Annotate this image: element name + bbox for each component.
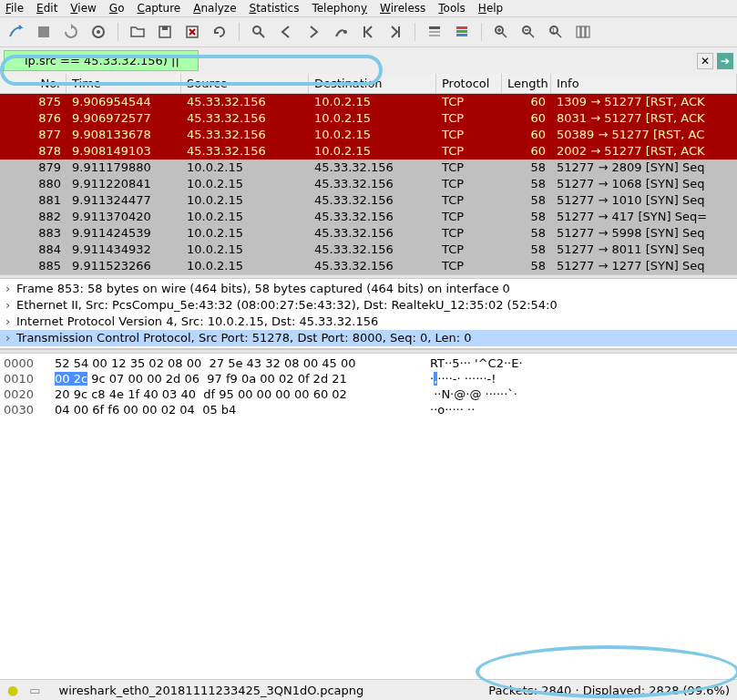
find-packet-button[interactable] bbox=[248, 21, 270, 43]
packet-row[interactable]: 8789.90814910345.33.32.15610.0.2.15TCP60… bbox=[0, 143, 737, 160]
menu-help[interactable]: Help bbox=[478, 2, 503, 15]
details-ethernet[interactable]: Ethernet II, Src: PcsCompu_5e:43:32 (08:… bbox=[0, 297, 737, 314]
svg-rect-11 bbox=[456, 26, 467, 29]
save-file-button[interactable] bbox=[154, 21, 176, 43]
packet-row[interactable]: 8759.90695454445.33.32.15610.0.2.15TCP60… bbox=[0, 94, 737, 110]
display-filter-bar: ▮ ✕ ➔ bbox=[0, 47, 737, 74]
go-to-packet-button[interactable] bbox=[330, 21, 352, 43]
details-ip[interactable]: Internet Protocol Version 4, Src: 10.0.2… bbox=[0, 314, 737, 330]
menu-go[interactable]: Go bbox=[109, 2, 125, 15]
menu-edit[interactable]: Edit bbox=[36, 2, 57, 15]
svg-point-2 bbox=[97, 30, 100, 34]
packet-row[interactable]: 8819.91132447710.0.2.1545.33.32.156TCP58… bbox=[0, 192, 737, 209]
svg-rect-18 bbox=[577, 26, 580, 37]
menu-tools[interactable]: Tools bbox=[438, 2, 466, 15]
svg-rect-13 bbox=[456, 34, 467, 36]
status-bar: ● ▭ wireshark_eth0_20181111233425_3QN1dO… bbox=[0, 679, 737, 700]
details-frame[interactable]: Frame 853: 58 bytes on wire (464 bits), … bbox=[0, 281, 737, 297]
zoom-in-button[interactable] bbox=[490, 21, 512, 43]
main-toolbar: 1 bbox=[0, 17, 737, 47]
zoom-out-button[interactable] bbox=[517, 21, 539, 43]
go-back-button[interactable] bbox=[275, 21, 297, 43]
svg-rect-4 bbox=[162, 26, 168, 30]
svg-point-7 bbox=[343, 30, 347, 34]
go-last-button[interactable] bbox=[384, 21, 406, 43]
menu-view[interactable]: View bbox=[70, 2, 96, 15]
column-destination[interactable]: Destination bbox=[309, 74, 436, 93]
menu-file[interactable]: File bbox=[5, 2, 24, 15]
open-file-button[interactable] bbox=[127, 21, 148, 43]
packet-row[interactable]: 8829.91137042010.0.2.1545.33.32.156TCP58… bbox=[0, 209, 737, 225]
clear-filter-button[interactable]: ✕ bbox=[697, 53, 713, 69]
column-length[interactable]: Length bbox=[502, 74, 551, 93]
resize-columns-button[interactable] bbox=[572, 21, 594, 43]
packet-row[interactable]: 8859.91152326610.0.2.1545.33.32.156TCP58… bbox=[0, 258, 737, 274]
menu-telephony[interactable]: Telephony bbox=[312, 2, 367, 15]
start-capture-button[interactable] bbox=[5, 21, 27, 43]
status-packets: Packets: 2840 · Displayed: 2828 (99.6%) bbox=[488, 684, 730, 697]
svg-rect-8 bbox=[429, 26, 440, 29]
column-source[interactable]: Source bbox=[181, 74, 309, 93]
hex-row[interactable]: 003004 00 6f f6 00 00 02 04 05 b4··o····… bbox=[4, 402, 733, 417]
capture-file-props-icon[interactable]: ▭ bbox=[29, 684, 40, 697]
go-forward-button[interactable] bbox=[302, 21, 324, 43]
packet-row[interactable]: 8839.91142453910.0.2.1545.33.32.156TCP58… bbox=[0, 225, 737, 242]
packet-list-header: No. Time Source Destination Protocol Len… bbox=[0, 74, 737, 94]
menu-analyze[interactable]: Analyze bbox=[193, 2, 236, 15]
menu-statistics[interactable]: Statistics bbox=[250, 2, 300, 15]
hex-row[interactable]: 000052 54 00 12 35 02 08 00 27 5e 43 32 … bbox=[4, 355, 733, 371]
reload-file-button[interactable] bbox=[209, 21, 230, 43]
expert-info-icon[interactable]: ● bbox=[7, 683, 18, 697]
svg-rect-9 bbox=[429, 31, 440, 33]
hex-row[interactable]: 002020 9c c8 4e 1f 40 03 40 df 95 00 00 … bbox=[4, 386, 733, 402]
apply-filter-button[interactable]: ➔ bbox=[717, 53, 733, 69]
zoom-reset-button[interactable]: 1 bbox=[545, 21, 567, 43]
packet-row[interactable]: 8809.91122084110.0.2.1545.33.32.156TCP58… bbox=[0, 176, 737, 192]
svg-text:1: 1 bbox=[551, 27, 555, 35]
svg-rect-0 bbox=[38, 26, 49, 37]
menu-capture[interactable]: Capture bbox=[137, 2, 180, 15]
menu-wireless[interactable]: Wireless bbox=[380, 2, 425, 15]
svg-rect-19 bbox=[581, 26, 585, 37]
packet-list[interactable]: 8759.90695454445.33.32.15610.0.2.15TCP60… bbox=[0, 94, 737, 274]
svg-rect-12 bbox=[456, 30, 467, 33]
colorize-button[interactable] bbox=[451, 21, 473, 43]
packet-bytes[interactable]: 000052 54 00 12 35 02 08 00 27 5e 43 32 … bbox=[0, 354, 737, 679]
display-filter-input[interactable] bbox=[4, 50, 199, 71]
svg-rect-20 bbox=[586, 26, 589, 37]
column-info[interactable]: Info bbox=[551, 74, 737, 93]
svg-rect-10 bbox=[429, 35, 440, 36]
column-protocol[interactable]: Protocol bbox=[436, 74, 502, 93]
go-first-button[interactable] bbox=[357, 21, 379, 43]
packet-details[interactable]: Frame 853: 58 bytes on wire (464 bits), … bbox=[0, 279, 737, 349]
stop-capture-button[interactable] bbox=[33, 21, 55, 43]
status-filename: wireshark_eth0_20181111233425_3QN1dO.pca… bbox=[59, 684, 478, 697]
restart-capture-button[interactable] bbox=[60, 21, 82, 43]
packet-row[interactable]: 8779.90813367845.33.32.15610.0.2.15TCP60… bbox=[0, 127, 737, 143]
capture-options-button[interactable] bbox=[87, 21, 109, 43]
packet-row[interactable]: 8849.91143493210.0.2.1545.33.32.156TCP58… bbox=[0, 242, 737, 258]
details-tcp[interactable]: Transmission Control Protocol, Src Port:… bbox=[0, 330, 737, 346]
menu-bar: File Edit View Go Capture Analyze Statis… bbox=[0, 0, 737, 17]
packet-row[interactable]: 8769.90697257745.33.32.15610.0.2.15TCP60… bbox=[0, 110, 737, 127]
close-file-button[interactable] bbox=[181, 21, 203, 43]
packet-row[interactable]: 8799.91117988010.0.2.1545.33.32.156TCP58… bbox=[0, 160, 737, 176]
column-no[interactable]: No. bbox=[0, 74, 67, 93]
hex-row[interactable]: 001000 2c 9c 07 00 00 2d 06 97 f9 0a 00 … bbox=[4, 371, 733, 386]
svg-point-6 bbox=[253, 26, 261, 34]
auto-scroll-button[interactable] bbox=[424, 21, 445, 43]
column-time[interactable]: Time bbox=[67, 74, 181, 93]
